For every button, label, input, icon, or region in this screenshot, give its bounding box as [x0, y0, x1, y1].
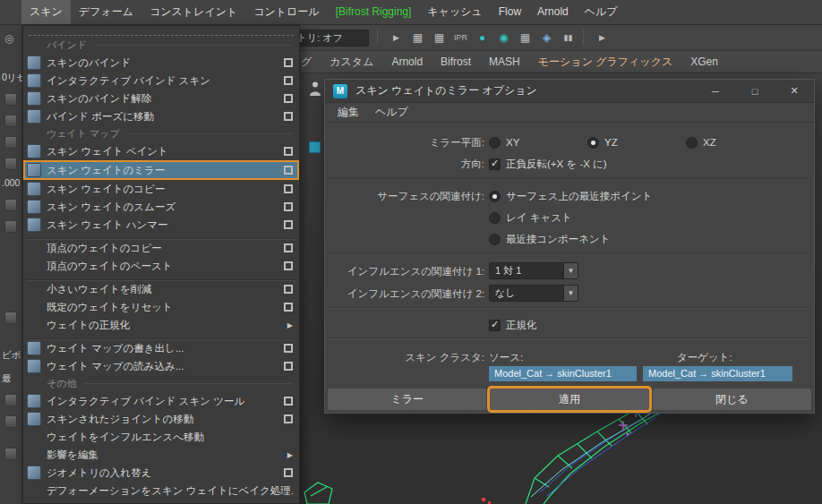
- target-skin-cluster-item[interactable]: Model_Cat → skinCluster1: [643, 366, 792, 381]
- option-box-icon[interactable]: [284, 261, 293, 270]
- radio-icon[interactable]: [489, 212, 501, 224]
- chevron-down-icon[interactable]: ▼: [563, 263, 578, 278]
- ipr-render-icon[interactable]: IPR: [451, 29, 470, 47]
- shelf-tab-arnold[interactable]: Arnold: [391, 56, 423, 68]
- menu-item-unbind-skin[interactable]: スキンのバインド解除: [23, 90, 299, 107]
- influence-association-2-dropdown[interactable]: なし ▼: [489, 285, 578, 302]
- option-box-icon[interactable]: [284, 220, 293, 229]
- menu-item-interactive-bind-skin-tool[interactable]: インタラクティブ バインド スキン ツール: [23, 392, 299, 410]
- radio-option-xy[interactable]: XY: [489, 133, 519, 151]
- influence-association-1-dropdown[interactable]: 1 対 1 ▼: [489, 262, 578, 279]
- left-toolbar-icon[interactable]: [4, 93, 17, 106]
- option-box-icon[interactable]: [284, 184, 293, 193]
- left-toolbar-icon[interactable]: [4, 312, 17, 324]
- chevron-down-icon[interactable]: ▼: [563, 286, 578, 301]
- option-box-icon[interactable]: [284, 468, 293, 477]
- apply-button[interactable]: 適用: [490, 389, 648, 410]
- left-toolbar-icon[interactable]: [4, 136, 17, 149]
- dialog-menu-edit[interactable]: 編集: [330, 105, 367, 120]
- option-box-icon[interactable]: [284, 58, 293, 67]
- option-box-icon[interactable]: [284, 202, 293, 211]
- shelf-tab-custom[interactable]: カスタム: [330, 55, 373, 70]
- left-toolbar-icon[interactable]: [4, 394, 17, 406]
- step-forward-icon[interactable]: ▶: [387, 29, 406, 47]
- menu-item-copy-vertex-weights[interactable]: 頂点のウェイトのコピー: [23, 239, 299, 257]
- playblast-icon[interactable]: ▦: [408, 29, 427, 47]
- menu-item-hammer-skin-weights[interactable]: スキン ウェイト ハンマー: [23, 216, 299, 234]
- option-box-icon[interactable]: [284, 94, 293, 103]
- option-box-icon[interactable]: [284, 166, 293, 175]
- shelf-tab-xgen[interactable]: XGen: [690, 56, 718, 68]
- option-box-icon[interactable]: [284, 112, 293, 121]
- menu-item-edit-influences[interactable]: 影響を編集▶: [23, 446, 299, 464]
- menu-item-smooth-skin-weights[interactable]: スキン ウェイトのスムーズ: [23, 198, 299, 216]
- menu-item-go-to-bind-pose[interactable]: バインド ポーズに移動: [23, 107, 299, 125]
- interactive-shading-icon[interactable]: ◈: [537, 29, 556, 47]
- snap-icon[interactable]: ◎: [4, 32, 13, 45]
- radio-icon[interactable]: [489, 191, 501, 202]
- maximize-icon[interactable]: □: [735, 80, 775, 103]
- radio-icon[interactable]: [686, 137, 698, 149]
- menu-skin[interactable]: スキン: [21, 0, 71, 24]
- menu-item-copy-skin-weights[interactable]: スキン ウェイトのコピー: [23, 180, 299, 198]
- menu-item-reset-weights-to-default[interactable]: 既定のウェイトをリセット: [23, 298, 299, 316]
- menu-arnold[interactable]: Arnold: [529, 0, 577, 24]
- character-icon[interactable]: [308, 81, 322, 100]
- checkbox-icon[interactable]: [489, 320, 501, 331]
- menu-item-bake-deformation-to-skin-weights[interactable]: デフォーメーションをスキン ウェイトにベイク処理...: [23, 482, 299, 500]
- left-toolbar-icon[interactable]: [4, 199, 17, 211]
- option-box-icon[interactable]: [284, 344, 293, 353]
- close-button[interactable]: 閉じる: [653, 389, 811, 410]
- direction-checkbox-option[interactable]: 正負反転(+X を -X に): [489, 155, 607, 173]
- menu-item-paste-vertex-weights[interactable]: 頂点のウェイトのペースト: [23, 257, 299, 275]
- menu-bifrost-rigging[interactable]: [Bifrost Rigging]: [328, 0, 420, 24]
- option-box-icon[interactable]: [284, 303, 293, 312]
- option-box-icon[interactable]: [284, 147, 293, 156]
- cube-icon[interactable]: [309, 141, 321, 153]
- option-box-icon[interactable]: [284, 362, 293, 371]
- menu-item-mirror-skin-weights[interactable]: スキン ウェイトのミラー: [23, 160, 299, 180]
- option-box-icon[interactable]: [284, 285, 293, 294]
- render-frame-icon[interactable]: ▦: [430, 29, 449, 47]
- option-box-icon[interactable]: [284, 414, 293, 423]
- minimize-icon[interactable]: ─: [696, 80, 735, 103]
- radio-option-ray-cast[interactable]: レイ キャスト: [489, 209, 572, 226]
- menu-item-bind-skin[interactable]: スキンのバインド: [23, 54, 299, 72]
- render-settings-icon[interactable]: ▦: [516, 29, 535, 47]
- menu-item-export-weight-maps[interactable]: ウェイト マップの書き出し...: [23, 339, 299, 357]
- menu-item-paint-skin-weights[interactable]: スキン ウェイト ペイント: [23, 142, 299, 160]
- shelf-tab-mash[interactable]: MASH: [489, 56, 520, 68]
- menu-flow[interactable]: Flow: [491, 0, 529, 24]
- left-toolbar-icon[interactable]: [4, 158, 17, 170]
- menu-item-prune-small-weights[interactable]: 小さいウェイトを削減: [23, 280, 299, 298]
- play-icon[interactable]: ▶: [593, 29, 612, 47]
- radio-icon[interactable]: [489, 234, 501, 245]
- radio-option-closest-component[interactable]: 最近接コンポーネント: [489, 230, 611, 248]
- source-skin-cluster-item[interactable]: Model_Cat → skinCluster1: [489, 366, 637, 381]
- menu-item-import-weight-maps[interactable]: ウェイト マップの読み込み...: [23, 357, 299, 375]
- menu-item-interactive-bind-skin[interactable]: インタラクティブ バインド スキン: [23, 72, 299, 90]
- menu-deform[interactable]: デフォーム: [71, 0, 141, 24]
- shelf-tab-motion-graphics[interactable]: モーション グラフィックス: [538, 55, 672, 70]
- left-toolbar-icon[interactable]: [4, 220, 17, 233]
- option-box-icon[interactable]: [284, 397, 293, 406]
- radio-option-yz[interactable]: YZ: [587, 133, 618, 151]
- left-toolbar-icon[interactable]: [4, 115, 17, 127]
- checkbox-icon[interactable]: [489, 158, 501, 170]
- left-toolbar-icon[interactable]: [4, 448, 17, 460]
- dialog-titlebar[interactable]: M スキン ウェイトのミラー オプション ─ □ ✕: [325, 80, 814, 103]
- dialog-menu-help[interactable]: ヘルプ: [367, 105, 416, 120]
- left-toolbar-icon[interactable]: [4, 415, 17, 428]
- menu-help[interactable]: ヘルプ: [577, 0, 626, 24]
- menu-control[interactable]: コントロール: [245, 0, 327, 24]
- menu-tearoff[interactable]: [29, 28, 294, 36]
- radio-icon[interactable]: [489, 137, 501, 149]
- shelf-tab-clipped-tab[interactable]: グ: [301, 55, 312, 70]
- option-box-icon[interactable]: [284, 243, 293, 252]
- normalize-checkbox-option[interactable]: 正規化: [489, 316, 537, 334]
- shelf-tab-bifrost[interactable]: Bifrost: [441, 56, 471, 68]
- mirror-button[interactable]: ミラー: [328, 389, 486, 410]
- menu-item-move-weights-to-influences[interactable]: ウェイトをインフルエンスへ移動: [23, 428, 299, 446]
- menu-constraint[interactable]: コンストレイント: [141, 0, 245, 24]
- option-box-icon[interactable]: [284, 76, 293, 85]
